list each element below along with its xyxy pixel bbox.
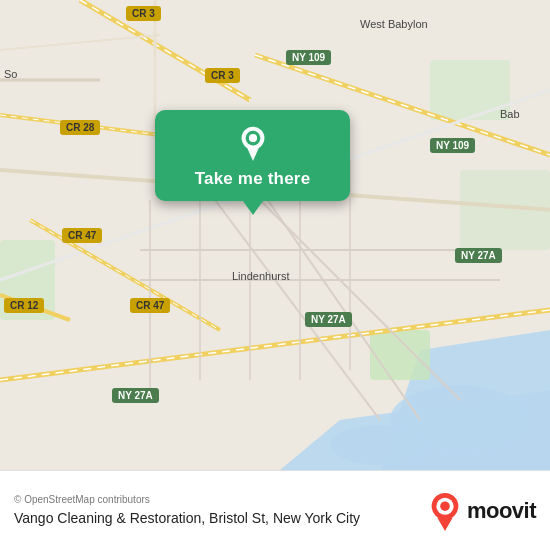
route-badge-ny109-1: NY 109 xyxy=(286,50,331,65)
route-badge-cr3-2: CR 3 xyxy=(205,68,240,83)
location-info: © OpenStreetMap contributors Vango Clean… xyxy=(14,494,419,527)
moovit-pin-icon xyxy=(429,491,461,531)
moovit-brand-text: moovit xyxy=(467,498,536,524)
route-badge-cr12: CR 12 xyxy=(4,298,44,313)
location-pin-icon xyxy=(235,125,271,161)
popup-button-text[interactable]: Take me there xyxy=(195,169,311,189)
bottom-bar: © OpenStreetMap contributors Vango Clean… xyxy=(0,470,550,550)
copyright-text: © OpenStreetMap contributors xyxy=(14,494,419,505)
route-badge-cr28: CR 28 xyxy=(60,120,100,135)
svg-marker-38 xyxy=(246,146,259,161)
route-badge-cr47-2: CR 47 xyxy=(130,298,170,313)
route-badge-ny27a-1: NY 27A xyxy=(305,312,352,327)
map-container: CR 3 CR 3 NY 109 NY 109 CR 28 CR 47 CR 4… xyxy=(0,0,550,470)
take-me-there-popup[interactable]: Take me there xyxy=(155,110,350,201)
route-badge-cr47-1: CR 47 xyxy=(62,228,102,243)
moovit-logo: moovit xyxy=(429,491,536,531)
svg-point-4 xyxy=(330,425,430,465)
route-badge-ny27a-2: NY 27A xyxy=(112,388,159,403)
location-title: Vango Cleaning & Restoration, Bristol St… xyxy=(14,509,419,527)
svg-point-41 xyxy=(440,501,450,511)
route-badge-cr3-1: CR 3 xyxy=(126,6,161,21)
svg-marker-42 xyxy=(437,517,452,530)
svg-rect-7 xyxy=(370,330,430,380)
svg-point-37 xyxy=(248,134,256,142)
route-badge-ny27a-3: NY 27A xyxy=(455,248,502,263)
svg-rect-5 xyxy=(430,60,510,120)
route-badge-ny109-2: NY 109 xyxy=(430,138,475,153)
